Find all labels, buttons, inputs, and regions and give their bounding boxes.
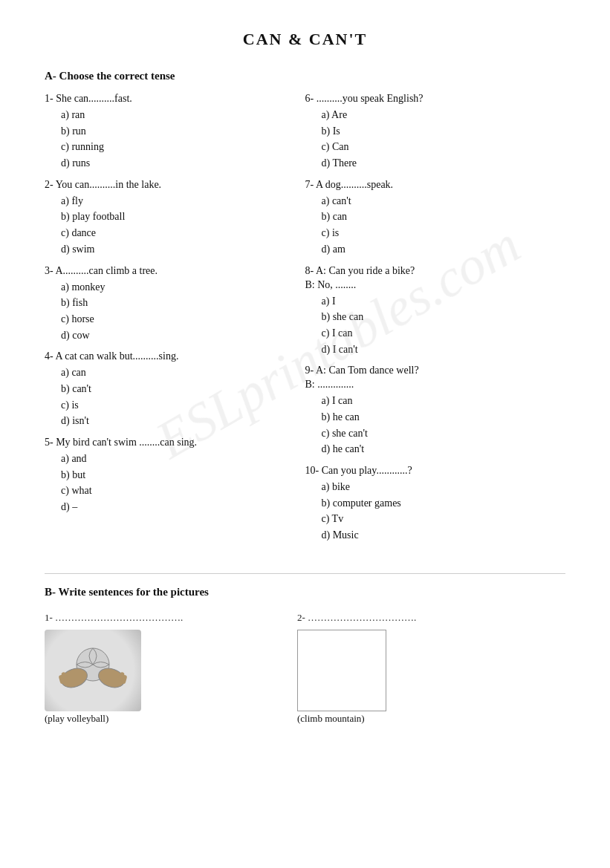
option-2c: c) dance — [61, 225, 305, 241]
section-a: 1- She can..........fast. a) ran b) run … — [45, 93, 565, 551]
section-b: B- Write sentences for the pictures 1- …… — [45, 586, 565, 725]
questions-col-right: 6- ..........you speak English? a) Are b… — [305, 93, 566, 551]
write-line-2: 2- ……………………………. — [297, 612, 416, 624]
section-divider — [45, 573, 565, 574]
option-7a: a) can't — [322, 193, 566, 209]
option-5c: c) what — [61, 483, 305, 499]
question-3-options: a) monkey b) fish c) horse d) cow — [45, 279, 305, 344]
question-3: 3- A..........can climb a tree. a) monke… — [45, 265, 305, 344]
question-10-options: a) bike b) computer games c) Tv d) Music — [305, 479, 566, 544]
option-4a: a) can — [61, 365, 305, 381]
option-8d: d) I can't — [322, 342, 566, 358]
question-1: 1- She can..........fast. a) ran b) run … — [45, 93, 305, 172]
option-9d: d) he can't — [322, 441, 566, 457]
question-10: 10- Can you play............? a) bike b)… — [305, 465, 566, 544]
option-9a: a) I can — [322, 393, 566, 409]
question-5-options: a) and b) but c) what d) – — [45, 451, 305, 515]
questions-col-left: 1- She can..........fast. a) ran b) run … — [45, 93, 305, 551]
pictures-row: 1- …………………………………. — [45, 612, 565, 725]
question-8: 8- A: Can you ride a bike? B: No, ......… — [305, 265, 566, 358]
question-9: 9- A: Can Tom dance well? B: ...........… — [305, 365, 566, 457]
question-6: 6- ..........you speak English? a) Are b… — [305, 93, 566, 172]
question-5: 5- My bird can't swim ........can sing. … — [45, 437, 305, 515]
option-10d: d) Music — [322, 527, 566, 544]
question-1-text: 1- She can..........fast. — [45, 93, 305, 105]
option-3d: d) cow — [61, 327, 305, 344]
option-10c: c) Tv — [322, 511, 566, 527]
question-6-options: a) Are b) Is c) Can d) There — [305, 107, 566, 172]
option-4b: b) can't — [61, 381, 305, 397]
question-6-text: 6- ..........you speak English? — [305, 93, 566, 105]
question-4: 4- A cat can walk but..........sing. a) … — [45, 350, 305, 429]
option-4d: d) isn't — [61, 413, 305, 429]
question-3-text: 3- A..........can climb a tree. — [45, 265, 305, 277]
option-1a: a) ran — [61, 107, 305, 123]
option-5d: d) – — [61, 499, 305, 515]
question-9-text: 9- A: Can Tom dance well? — [305, 365, 566, 376]
option-5b: b) but — [61, 467, 305, 483]
caption-1: (play volleyball) — [45, 713, 108, 725]
option-8c: c) I can — [322, 325, 566, 342]
question-9-subtext: B: .............. — [305, 379, 566, 391]
option-9c: c) she can't — [322, 425, 566, 442]
question-7-options: a) can't b) can c) is d) am — [305, 193, 566, 258]
picture-item-1: 1- …………………………………. — [45, 612, 193, 725]
option-7d: d) am — [322, 241, 566, 258]
option-3a: a) monkey — [61, 279, 305, 296]
option-10a: a) bike — [322, 479, 566, 495]
write-line-1: 1- …………………………………. — [45, 612, 183, 624]
option-7c: c) is — [322, 225, 566, 241]
option-4c: c) is — [61, 397, 305, 414]
option-6d: d) There — [322, 155, 566, 172]
question-2: 2- You can..........in the lake. a) fly … — [45, 179, 305, 258]
section-a-heading: A- Choose the correct tense — [45, 70, 565, 82]
question-8-subtext: B: No, ........ — [305, 279, 566, 291]
mountain-image-placeholder — [297, 630, 386, 711]
option-1b: b) run — [61, 123, 305, 140]
option-2d: d) swim — [61, 241, 305, 258]
question-2-text: 2- You can..........in the lake. — [45, 179, 305, 191]
option-3c: c) horse — [61, 311, 305, 327]
option-2a: a) fly — [61, 193, 305, 209]
option-6a: a) Are — [322, 107, 566, 123]
option-2b: b) play football — [61, 209, 305, 225]
question-1-options: a) ran b) run c) running d) runs — [45, 107, 305, 172]
option-8b: b) she can — [322, 309, 566, 325]
question-4-text: 4- A cat can walk but..........sing. — [45, 350, 305, 362]
caption-2: (climb mountain) — [297, 713, 365, 725]
question-5-text: 5- My bird can't swim ........can sing. — [45, 437, 305, 448]
question-7: 7- A dog..........speak. a) can't b) can… — [305, 179, 566, 258]
option-6b: b) Is — [322, 123, 566, 140]
volleyball-image — [45, 630, 141, 711]
option-7b: b) can — [322, 209, 566, 225]
question-8-text: 8- A: Can you ride a bike? — [305, 265, 566, 277]
question-2-options: a) fly b) play football c) dance d) swim — [45, 193, 305, 258]
question-9-options: a) I can b) he can c) she can't d) he ca… — [305, 393, 566, 457]
option-5a: a) and — [61, 451, 305, 467]
question-8-options: a) I b) she can c) I can d) I can't — [305, 293, 566, 358]
section-b-heading: B- Write sentences for the pictures — [45, 586, 565, 598]
option-10b: b) computer games — [322, 495, 566, 512]
option-1d: d) runs — [61, 155, 305, 172]
option-8a: a) I — [322, 293, 566, 310]
question-4-options: a) can b) can't c) is d) isn't — [45, 365, 305, 429]
page-title: CAN & CAN'T — [45, 30, 565, 49]
question-10-text: 10- Can you play............? — [305, 465, 566, 477]
question-7-text: 7- A dog..........speak. — [305, 179, 566, 191]
picture-item-2: 2- ……………………………. (climb mountain) — [297, 612, 446, 725]
option-1c: c) running — [61, 139, 305, 155]
option-6c: c) Can — [322, 139, 566, 155]
option-9b: b) he can — [322, 409, 566, 425]
option-3b: b) fish — [61, 295, 305, 311]
